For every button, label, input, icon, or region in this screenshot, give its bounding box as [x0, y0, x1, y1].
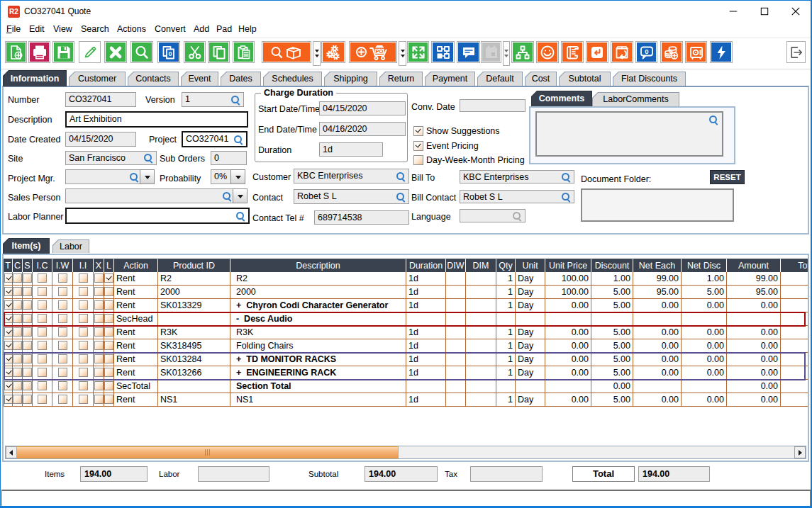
table-row[interactable]: RentR2R21d1Day100.001.0099.001.0099.00	[4, 272, 809, 286]
row-check-c[interactable]	[13, 393, 23, 407]
smiley-button[interactable]	[536, 41, 559, 63]
language-field[interactable]	[460, 209, 525, 222]
cell-description[interactable]: R2	[230, 272, 406, 286]
cell-amount[interactable]: 0.00	[727, 326, 781, 339]
cell-amount[interactable]: 0.00	[727, 366, 781, 380]
row-check-ii[interactable]	[73, 339, 94, 353]
end-date-field[interactable]: 04/16/2020	[319, 122, 406, 136]
menu-search[interactable]: Search	[81, 24, 109, 34]
cell-unit-price[interactable]: 0.00	[545, 326, 591, 339]
bill-to-field[interactable]: KBC Enterprises	[460, 170, 574, 184]
row-check-iw[interactable]	[52, 299, 73, 312]
cell-net-each[interactable]	[633, 380, 682, 393]
edit-button[interactable]	[79, 41, 101, 63]
cell-action[interactable]: Rent	[114, 353, 158, 366]
cell-net-each[interactable]: 95.00	[633, 286, 682, 299]
cell-total[interactable]	[781, 393, 809, 407]
row-check-l[interactable]	[104, 326, 114, 339]
new-document-button[interactable]	[5, 41, 27, 63]
column-header-action[interactable]: Action	[114, 259, 158, 272]
tab-schedules[interactable]: Schedules	[263, 72, 322, 86]
menu-file[interactable]: File	[6, 24, 21, 34]
cell-net-disc[interactable]: 0.00	[682, 393, 727, 407]
column-header-s[interactable]: S	[23, 259, 33, 272]
cell-action[interactable]: Rent	[114, 326, 158, 339]
row-check-x[interactable]	[94, 353, 104, 366]
cell-discount[interactable]: 5.00	[591, 366, 633, 380]
title-bar[interactable]: R2 CO327041 Quote	[1, 1, 811, 21]
contact-field[interactable]: Robet S L	[294, 189, 409, 204]
row-check-iw[interactable]	[52, 312, 73, 326]
minimize-button[interactable]	[718, 1, 749, 21]
cell-discount[interactable]: 5.00	[591, 339, 633, 353]
column-header-x[interactable]: X	[94, 259, 104, 272]
cell-product-id[interactable]	[158, 380, 230, 393]
row-check-iw[interactable]	[52, 286, 73, 299]
scrollbar-thumb[interactable]	[16, 446, 399, 458]
cell-amount[interactable]: 95.00	[727, 286, 781, 299]
version-field[interactable]: 1	[182, 92, 244, 107]
cell-action[interactable]: Rent	[114, 339, 158, 353]
row-check-x[interactable]	[94, 393, 104, 407]
cell-product-id[interactable]: NS1	[158, 393, 230, 407]
date-created-field[interactable]: 04/15/2020	[65, 132, 136, 147]
cell-description[interactable]: 2000	[230, 286, 406, 299]
column-header-i-i[interactable]: I.I	[73, 259, 94, 272]
cell-description[interactable]: R3K	[230, 326, 406, 339]
cell-diw[interactable]	[446, 312, 466, 326]
cell-dim[interactable]	[466, 326, 496, 339]
find-product-button[interactable]	[262, 41, 311, 63]
row-check-iw[interactable]	[52, 366, 73, 380]
row-check-t[interactable]	[4, 299, 13, 312]
layout-grid-button[interactable]	[431, 41, 455, 63]
cell-unit-price[interactable]: 0.00	[545, 366, 591, 380]
cell-net-disc[interactable]: 0.00	[682, 299, 727, 312]
table-row[interactable]: RentSK318495Folding Chairs1d1Day0.005.00…	[4, 339, 809, 353]
row-check-ic[interactable]	[33, 339, 52, 353]
site-field[interactable]: San Francisco	[65, 151, 157, 165]
column-header-i-c[interactable]: I.C	[33, 259, 52, 272]
column-header-total[interactable]: Total	[781, 259, 809, 272]
column-header-l[interactable]: L	[104, 259, 114, 272]
row-check-ic[interactable]	[33, 380, 52, 393]
tab-default[interactable]: Default	[477, 72, 523, 86]
copies-zero-button[interactable]: 0	[157, 41, 180, 63]
paste-button[interactable]	[233, 41, 255, 63]
cell-unit-price[interactable]	[545, 380, 591, 393]
column-header-discount[interactable]: Discount	[591, 259, 633, 272]
row-check-s[interactable]	[23, 299, 33, 312]
column-header-product-id[interactable]: Product ID	[158, 259, 230, 272]
cell-unit[interactable]: Day	[516, 326, 545, 339]
tab-payment[interactable]: Payment	[425, 72, 475, 86]
column-header-duration[interactable]: Duration	[406, 259, 446, 272]
cell-unit-price[interactable]: 0.00	[545, 299, 591, 312]
cell-amount[interactable]: 0.00	[727, 380, 781, 393]
row-check-s[interactable]	[23, 393, 33, 407]
customer-field[interactable]: KBC Enterprises	[294, 169, 409, 184]
table-row[interactable]: SecTotalSection Total0.000.00	[4, 380, 809, 393]
row-check-c[interactable]	[13, 339, 23, 353]
cell-product-id[interactable]: SK013329	[158, 299, 230, 312]
column-header-diw[interactable]: DIW	[446, 259, 466, 272]
cell-qty[interactable]	[496, 380, 516, 393]
labor-planner-field[interactable]	[65, 208, 250, 224]
row-check-s[interactable]	[23, 286, 33, 299]
row-check-ic[interactable]	[33, 366, 52, 380]
cell-qty[interactable]: 1	[496, 366, 516, 380]
cell-qty[interactable]: 1	[496, 299, 516, 312]
cell-dim[interactable]	[466, 380, 496, 393]
row-check-s[interactable]	[23, 353, 33, 366]
cell-unit[interactable]: Day	[516, 353, 545, 366]
start-date-field[interactable]: 04/15/2020	[319, 101, 406, 115]
table-row[interactable]: RentSK013329+ Chyron Codi Character Gene…	[4, 299, 809, 312]
cell-discount[interactable]	[591, 312, 633, 326]
add-purchase-order-button[interactable]: PO	[349, 41, 397, 63]
row-check-t[interactable]	[4, 366, 13, 380]
row-check-t[interactable]	[4, 272, 13, 286]
cell-dim[interactable]	[466, 366, 496, 380]
row-check-ic[interactable]	[33, 326, 52, 339]
cell-unit[interactable]: Day	[516, 286, 545, 299]
cell-dim[interactable]	[466, 299, 496, 312]
exit-button[interactable]	[786, 41, 806, 63]
scroll-right-button[interactable]	[794, 446, 806, 458]
